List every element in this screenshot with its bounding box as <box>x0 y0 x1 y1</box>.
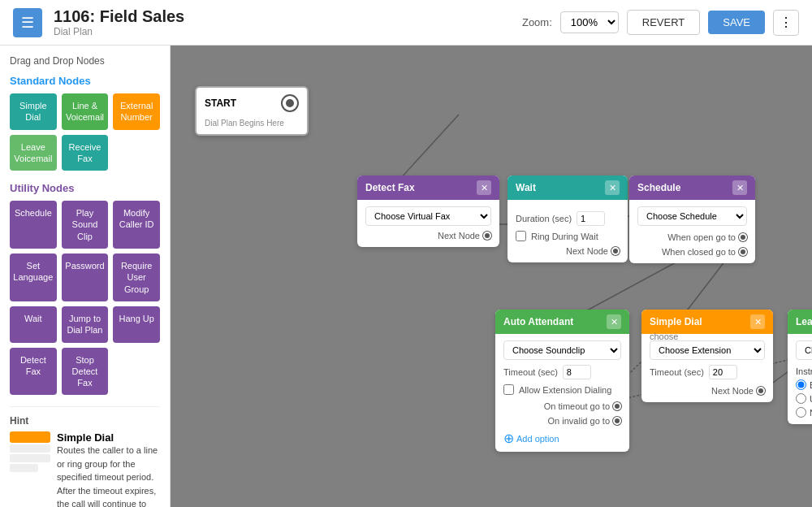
simple-dial-extension-select[interactable]: Choose Extension <box>650 340 765 360</box>
hint-text-area: Simple Dial Routes the caller to a line … <box>57 431 160 507</box>
standard-nodes-grid: Simple Dial Line & Voicemail External Nu… <box>10 93 160 171</box>
node-receive-fax[interactable]: Receive Fax <box>62 135 109 171</box>
auto-attendant-title: Auto Attendant <box>503 316 573 327</box>
node-play-sound-clip[interactable]: Play Sound Clip <box>62 201 109 249</box>
save-button[interactable]: SAVE <box>708 11 765 34</box>
schedule-open-label: When open go to <box>667 232 736 242</box>
wait-duration-input[interactable] <box>577 211 605 226</box>
node-leave-voicemail[interactable]: Leave Voicemail <box>10 135 57 171</box>
detect-fax-select[interactable]: Choose Virtual Fax <box>365 206 491 226</box>
node-simple-dial[interactable]: Simple Dial <box>10 93 57 130</box>
auto-attendant-invalid-goto-dot[interactable] <box>613 417 621 425</box>
node-hang-up[interactable]: Hang Up <box>113 306 160 343</box>
wait-node: Wait ✕ Duration (sec) Ring During Wait N… <box>508 176 628 262</box>
auto-attendant-add-option[interactable]: ⊕ Add option <box>503 432 621 445</box>
auto-attendant-timeout-goto-label: On timeout go to <box>544 401 610 411</box>
node-detect-fax[interactable]: Detect Fax <box>10 348 57 396</box>
node-require-user-group[interactable]: Require User Group <box>113 254 160 301</box>
wait-next-dot[interactable] <box>611 247 620 255</box>
leave-voicemail-node: Leave Voicemail ✕ Choose Extension Instr… <box>788 310 812 424</box>
auto-attendant-node: Auto Attendant ✕ Choose Soundclip Timeou… <box>495 310 629 452</box>
schedule-title: Schedule <box>637 182 680 193</box>
wait-title: Wait <box>516 182 536 193</box>
wait-header: Wait ✕ <box>508 176 628 200</box>
start-label: START <box>205 98 236 109</box>
wait-body: Duration (sec) Ring During Wait Next Nod… <box>508 200 628 262</box>
auto-attendant-soundclip-select[interactable]: Choose Soundclip <box>503 340 621 360</box>
simple-dial-body: Choose Extension Timeout (sec) Next Node <box>641 334 773 402</box>
page-title: 1106: Field Sales <box>54 7 522 26</box>
node-stop-detect-fax[interactable]: Stop Detect Fax <box>62 348 109 396</box>
detect-fax-close-button[interactable]: ✕ <box>477 180 491 195</box>
add-option-label: Add option <box>516 434 559 444</box>
detect-fax-body: Choose Virtual Fax Next Node <box>357 200 499 247</box>
simple-dial-next-label: Next Node <box>711 386 754 396</box>
wait-next-row: Next Node <box>516 246 620 256</box>
hint-section: Hint Simple Dial Routes the caller to a … <box>10 406 160 507</box>
simple-dial-title: Simple Dial <box>650 316 702 327</box>
auto-attendant-invalid-goto-label: On invalid go to <box>548 416 610 426</box>
schedule-select[interactable]: Choose Schedule <box>637 206 747 226</box>
schedule-header: Schedule ✕ <box>629 176 755 200</box>
auto-attendant-timeout-row: Timeout (sec) <box>503 365 621 379</box>
schedule-body: Choose Schedule When open go to When clo… <box>629 200 755 263</box>
node-external-number[interactable]: External Number <box>113 93 160 130</box>
zoom-label: Zoom: <box>522 16 552 28</box>
schedule-open-dot[interactable] <box>739 233 747 241</box>
node-password[interactable]: Password <box>62 254 109 301</box>
schedule-closed-label: When closed go to <box>662 247 736 257</box>
wait-ring-checkbox[interactable] <box>516 231 526 241</box>
leave-voicemail-body: Choose Extension Instruction Message Typ… <box>788 334 812 424</box>
simple-dial-close-button[interactable]: ✕ <box>750 314 765 329</box>
simple-dial-timeout-label: Timeout (sec) <box>650 367 704 377</box>
node-schedule[interactable]: Schedule <box>10 201 57 249</box>
main-layout: Drag and Drop Nodes Standard Nodes Simpl… <box>0 46 812 507</box>
utility-nodes-grid: Schedule Play Sound Clip Modify Caller I… <box>10 201 160 395</box>
more-options-button[interactable]: ⋮ <box>773 10 799 36</box>
auto-attendant-timeout-input[interactable] <box>563 365 591 379</box>
zoom-select[interactable]: 100% <box>560 11 619 33</box>
node-jump-dial-plan[interactable]: Jump to Dial Plan <box>62 306 109 343</box>
radio-no-message[interactable] <box>796 407 806 418</box>
simple-dial-node: Simple Dial ✕ Choose Extension Timeout (… <box>641 310 773 402</box>
radio-busy[interactable] <box>796 379 806 390</box>
header: ☰ 1106: Field Sales Dial Plan Zoom: 100%… <box>0 0 812 46</box>
detect-fax-next-dot[interactable] <box>483 232 491 240</box>
node-set-language[interactable]: Set Language <box>10 254 57 301</box>
leave-voicemail-extension-select[interactable]: Choose Extension <box>796 340 812 360</box>
wait-ring-row: Ring During Wait <box>516 231 620 241</box>
auto-attendant-allow-ext-label: Allow Extension Dialing <box>519 385 611 395</box>
detect-fax-next-row: Next Node <box>365 231 491 240</box>
wait-duration-row: Duration (sec) <box>516 211 620 226</box>
auto-attendant-allow-ext-checkbox[interactable] <box>503 384 514 395</box>
simple-dial-timeout-row: Timeout (sec) <box>650 365 765 379</box>
schedule-close-button[interactable]: ✕ <box>732 180 747 195</box>
node-modify-caller-id[interactable]: Modify Caller ID <box>113 201 160 249</box>
instruction-message-label: Instruction Message Type: <box>796 366 812 376</box>
detect-fax-header: Detect Fax ✕ <box>357 176 499 200</box>
simple-dial-next-row: Next Node <box>650 386 765 396</box>
radio-no-message-row: No Message <box>796 407 812 418</box>
start-inner-circle <box>286 99 294 107</box>
utility-nodes-title: Utility Nodes <box>10 182 160 194</box>
auto-attendant-close-button[interactable]: ✕ <box>607 314 621 329</box>
schedule-closed-dot[interactable] <box>739 248 747 256</box>
auto-attendant-body: Choose Soundclip Timeout (sec) Allow Ext… <box>495 334 629 452</box>
simple-dial-next-dot[interactable] <box>757 387 765 395</box>
standard-nodes-title: Standard Nodes <box>10 75 160 87</box>
menu-button[interactable]: ☰ <box>13 8 42 37</box>
detect-fax-next-label: Next Node <box>438 231 480 240</box>
start-sublabel: Dial Plan Begins Here <box>197 119 307 134</box>
schedule-open-row: When open go to <box>637 232 747 242</box>
auto-attendant-header: Auto Attendant ✕ <box>495 310 629 334</box>
simple-dial-timeout-input[interactable] <box>709 365 737 379</box>
node-wait[interactable]: Wait <box>10 306 57 343</box>
wait-close-button[interactable]: ✕ <box>605 180 620 195</box>
radio-unavailable[interactable] <box>796 393 806 404</box>
auto-attendant-timeout-label: Timeout (sec) <box>503 367 558 377</box>
auto-attendant-timeout-goto-dot[interactable] <box>613 402 621 410</box>
node-line-voicemail[interactable]: Line & Voicemail <box>62 93 109 130</box>
start-circle-icon <box>281 94 299 112</box>
detect-fax-node: Detect Fax ✕ Choose Virtual Fax Next Nod… <box>357 176 499 247</box>
revert-button[interactable]: REVERT <box>627 10 701 35</box>
